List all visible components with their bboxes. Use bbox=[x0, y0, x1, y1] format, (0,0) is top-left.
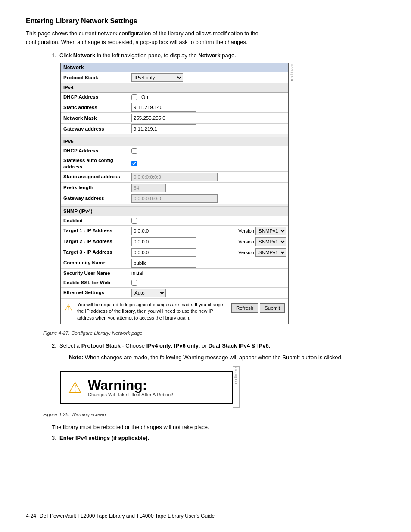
ipv6-gateway-row: Gateway address 0:0:0:0:0:0:0 bbox=[61, 193, 288, 204]
ipv6-dhcp-checkbox[interactable] bbox=[131, 148, 137, 154]
ipv6-header-row: IPv6 bbox=[61, 137, 288, 146]
ssl-label: Enable SSL for Web bbox=[61, 278, 130, 287]
stateless-checkbox[interactable] bbox=[131, 161, 137, 166]
step-3: 3. Enter IPv4 settings (if applicable). bbox=[52, 435, 385, 441]
ipv6-header-label: IPv6 bbox=[61, 137, 130, 146]
step3-text: 3. Enter IPv4 settings (if applicable). bbox=[52, 435, 149, 441]
network-panel: Network Protocol Stack IPv4 only IPv6 on… bbox=[60, 63, 289, 324]
protocol-stack-label: Protocol Stack bbox=[61, 73, 130, 82]
static-assigned-input[interactable]: 0:0:0:0:0:0:0 bbox=[131, 173, 218, 181]
reboot-text: The library must be rebooted or the chan… bbox=[52, 424, 385, 430]
ipv6-gateway-input[interactable]: 0:0:0:0:0:0:0 bbox=[131, 194, 218, 203]
figure1-caption: Figure 4-27. Configure Library: Network … bbox=[43, 330, 385, 336]
step-num: 1. Click Network in the left navigation … bbox=[52, 52, 236, 59]
security-user-row: Security User Name initial bbox=[61, 269, 288, 278]
stateless-label: Stateless auto config address bbox=[61, 156, 130, 171]
target2-input[interactable]: 0.0.0.0 bbox=[131, 237, 196, 246]
warning-triangle-icon: ⚠ bbox=[68, 379, 82, 397]
dhcp-on-label: On bbox=[141, 94, 148, 100]
ethernet-label: Ethernet Settings bbox=[61, 288, 130, 297]
footer-text: You will be required to login again if c… bbox=[77, 302, 227, 321]
netmask-row: Network Mask 255.255.255.0 bbox=[61, 113, 288, 124]
ipv4-header-row: IPv4 bbox=[61, 83, 288, 93]
dhcp-label: DHCP Address bbox=[61, 93, 130, 102]
snmp-enabled-label: Enabled bbox=[61, 216, 130, 225]
netmask-input[interactable]: 255.255.255.0 bbox=[131, 114, 196, 122]
target3-version-label: Version bbox=[238, 250, 254, 255]
panel-footer: ⚠ You will be required to login again if… bbox=[61, 299, 288, 324]
target2-version-label: Version bbox=[238, 239, 254, 244]
warning-subtitle: Changes Will Take Effect After A Reboot! bbox=[88, 392, 173, 397]
ipv6-dhcp-label: DHCP Address bbox=[61, 146, 130, 156]
target3-row: Target 3 - IP Address 0.0.0.0 Version SN… bbox=[61, 247, 288, 258]
target3-label: Target 3 - IP Address bbox=[61, 248, 130, 257]
ipv6-gateway-label: Gateway address bbox=[61, 194, 130, 203]
page-number: 4-24 bbox=[26, 513, 36, 519]
ipv4-gateway-input[interactable]: 9.11.219.1 bbox=[131, 124, 196, 133]
step2-text: 2. Select a Protocol Stack - Choose IPv4… bbox=[52, 342, 270, 349]
intro-text: This page shows the current network conf… bbox=[26, 29, 293, 46]
target2-row: Target 2 - IP Address 0.0.0.0 Version SN… bbox=[61, 236, 288, 247]
snmp-enabled-checkbox[interactable] bbox=[131, 218, 137, 224]
panel-side-label: a77ug074 bbox=[289, 63, 295, 328]
warning-side-label: a77ug171 bbox=[233, 366, 240, 408]
community-label: Community Name bbox=[61, 258, 130, 268]
static-address-input[interactable]: 9.11.219.140 bbox=[131, 103, 196, 112]
prefix-row: Prefix length 64 bbox=[61, 183, 288, 193]
warning-icon: ⚠ bbox=[64, 302, 73, 314]
security-user-label: Security User Name bbox=[61, 269, 130, 278]
target2-version-select[interactable]: SNMPv1 SNMPv2 SNMPv3 bbox=[255, 237, 286, 246]
target1-version-label: Version bbox=[238, 228, 254, 233]
step-2: 2. Select a Protocol Stack - Choose IPv4… bbox=[52, 342, 385, 349]
prefix-input[interactable]: 64 bbox=[131, 184, 166, 192]
target2-label: Target 2 - IP Address bbox=[61, 237, 130, 246]
target1-row: Target 1 - IP Address 0.0.0.0 Version SN… bbox=[61, 226, 288, 236]
netmask-label: Network Mask bbox=[61, 114, 130, 123]
static-address-label: Static address bbox=[61, 103, 130, 112]
snmp-header-row: SNMP (IPv4) bbox=[61, 207, 288, 216]
note-block: Note: When changes are made, the followi… bbox=[69, 353, 385, 362]
panel-header: Network bbox=[61, 63, 288, 72]
snmp-header-label: SNMP (IPv4) bbox=[61, 207, 130, 216]
page-footer: 4-24 Dell PowerVault TL2000 Tape Library… bbox=[26, 513, 215, 519]
ssl-checkbox[interactable] bbox=[131, 280, 137, 286]
static-assigned-label: Static assigned address bbox=[61, 172, 130, 181]
footer-doc-title: Dell PowerVault TL2000 Tape Library and … bbox=[40, 513, 215, 519]
ipv4-gateway-row: Gateway address 9.11.219.1 bbox=[61, 124, 288, 134]
note-text: When changes are made, the following War… bbox=[85, 354, 343, 361]
protocol-stack-select[interactable]: IPv4 only IPv6 only Dual Stack IPv4 & IP… bbox=[131, 73, 183, 82]
note-label: Note: bbox=[69, 354, 83, 361]
security-user-value: initial bbox=[131, 270, 143, 276]
ethernet-row: Ethernet Settings Auto 10 Mbps 100 Mbps bbox=[61, 288, 288, 299]
ssl-row: Enable SSL for Web bbox=[61, 278, 288, 288]
refresh-button[interactable]: Refresh bbox=[231, 303, 258, 313]
ipv6-dhcp-row: DHCP Address bbox=[61, 146, 288, 156]
warning-title: Warning: bbox=[88, 378, 173, 392]
step-1: 1. Click Network in the left navigation … bbox=[52, 52, 385, 59]
ipv4-gateway-label: Gateway address bbox=[61, 124, 130, 134]
stateless-row: Stateless auto config address bbox=[61, 156, 288, 172]
target3-input[interactable]: 0.0.0.0 bbox=[131, 248, 196, 257]
target1-version-select[interactable]: SNMPv1 SNMPv2 SNMPv3 bbox=[255, 227, 286, 235]
dhcp-checkbox[interactable] bbox=[131, 94, 137, 100]
static-assigned-row: Static assigned address 0:0:0:0:0:0:0 bbox=[61, 172, 288, 183]
target3-version-select[interactable]: SNMPv1 SNMPv2 SNMPv3 bbox=[255, 248, 286, 257]
protocol-stack-row: Protocol Stack IPv4 only IPv6 only Dual … bbox=[61, 72, 288, 83]
target1-input[interactable]: 0.0.0.0 bbox=[131, 227, 196, 235]
page-title: Entering Library Network Settings bbox=[26, 17, 385, 25]
prefix-label: Prefix length bbox=[61, 183, 130, 192]
submit-button[interactable]: Submit bbox=[260, 303, 285, 313]
target1-label: Target 1 - IP Address bbox=[61, 226, 130, 235]
dhcp-row: DHCP Address On bbox=[61, 93, 288, 102]
community-row: Community Name public bbox=[61, 258, 288, 269]
warning-content: Warning: Changes Will Take Effect After … bbox=[88, 378, 173, 397]
static-address-row: Static address 9.11.219.140 bbox=[61, 102, 288, 113]
community-input[interactable]: public bbox=[131, 259, 196, 268]
figure2-caption: Figure 4-28. Warning screen bbox=[43, 412, 385, 417]
snmp-enabled-row: Enabled bbox=[61, 216, 288, 226]
ethernet-select[interactable]: Auto 10 Mbps 100 Mbps bbox=[131, 289, 166, 297]
ipv4-header-label: IPv4 bbox=[61, 83, 130, 92]
warning-box: ⚠ Warning: Changes Will Take Effect Afte… bbox=[60, 371, 233, 404]
